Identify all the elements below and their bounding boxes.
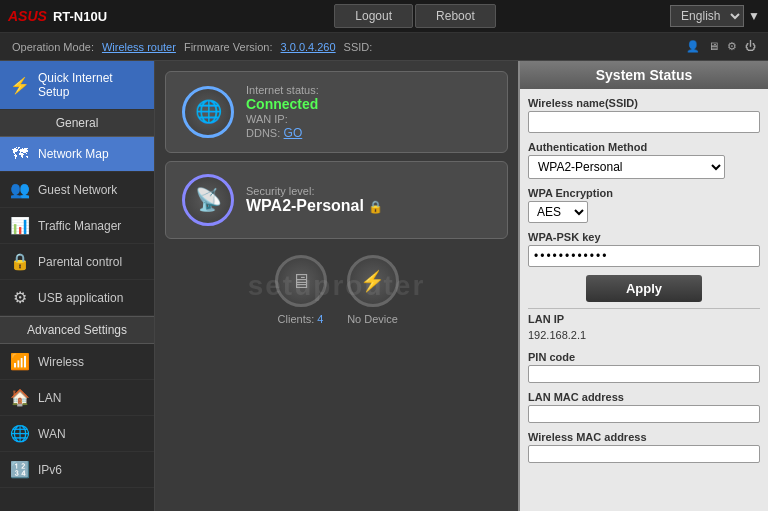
lan-ip-label: LAN IP: [528, 313, 760, 325]
ipv6-label: IPv6: [38, 463, 62, 477]
content-area: setuprouter 🌐 Internet status: Connected…: [155, 61, 768, 511]
op-mode-value[interactable]: Wireless router: [102, 41, 176, 53]
quick-setup-label: Quick Internet Setup: [38, 71, 144, 99]
advanced-settings-header: Advanced Settings: [0, 316, 154, 344]
lan-mac-input[interactable]: [528, 405, 760, 423]
firmware-label: Firmware Version:: [184, 41, 273, 53]
model-name: RT-N10U: [53, 9, 107, 24]
wpa-enc-label: WPA Encryption: [528, 187, 760, 199]
pin-code-label: PIN code: [528, 351, 760, 363]
sidebar-item-lan[interactable]: 🏠 LAN: [0, 380, 154, 416]
wan-ip-row: WAN IP:: [246, 112, 319, 126]
wan-ip-label: WAN IP:: [246, 113, 288, 125]
settings-icon: ⚙: [727, 40, 737, 53]
logout-button[interactable]: Logout: [334, 4, 413, 28]
main-layout: ⚡ Quick Internet Setup General 🗺 Network…: [0, 61, 768, 511]
auth-method-select[interactable]: WPA2-Personal Open System WPA-Personal W…: [528, 155, 725, 179]
clients-box: 🖥 Clients: 4: [275, 255, 327, 325]
sidebar-item-guest-network[interactable]: 👥 Guest Network: [0, 172, 154, 208]
language-select[interactable]: English: [670, 5, 744, 27]
auth-method-group: Authentication Method WPA2-Personal Open…: [528, 141, 760, 179]
usb-icon: ⚙: [10, 288, 30, 307]
router-icon: 📡: [182, 174, 234, 226]
auth-method-select-row: WPA2-Personal Open System WPA-Personal W…: [528, 155, 760, 179]
apply-button[interactable]: Apply: [586, 275, 702, 302]
sidebar-item-wan[interactable]: 🌐 WAN: [0, 416, 154, 452]
internet-status-value: Connected: [246, 96, 319, 112]
security-level-label: Security level:: [246, 185, 383, 197]
traffic-manager-icon: 📊: [10, 216, 30, 235]
lan-label: LAN: [38, 391, 61, 405]
sidebar-item-parental-control[interactable]: 🔒 Parental control: [0, 244, 154, 280]
quick-setup-icon: ⚡: [10, 76, 30, 95]
network-map-label: Network Map: [38, 147, 109, 161]
no-device-label: No Device: [347, 313, 398, 325]
sidebar-item-quick-setup[interactable]: ⚡ Quick Internet Setup: [0, 61, 154, 110]
pin-code-group: PIN code: [528, 351, 760, 383]
ddns-row: DDNS: GO: [246, 126, 319, 140]
pin-code-input[interactable]: [528, 365, 760, 383]
wireless-icon: 📶: [10, 352, 30, 371]
firmware-value[interactable]: 3.0.0.4.260: [281, 41, 336, 53]
lock-icon: 🔒: [368, 200, 383, 214]
ddns-label: DDNS:: [246, 127, 280, 139]
internet-status-text: Internet status: Connected WAN IP: DDNS:…: [246, 84, 319, 140]
wpa-enc-group: WPA Encryption AES TKIP TKIP+AES: [528, 187, 760, 223]
wireless-name-group: Wireless name(SSID): [528, 97, 760, 133]
wpa-enc-row: AES TKIP TKIP+AES: [528, 201, 760, 223]
top-bar: ASUS RT-N10U Logout Reboot English ▼: [0, 0, 768, 33]
sidebar-item-ipv6[interactable]: 🔢 IPv6: [0, 452, 154, 488]
clients-label: Clients: 4: [278, 313, 324, 325]
no-device-box: ⚡ No Device: [347, 255, 399, 325]
lan-mac-group: LAN MAC address: [528, 391, 760, 423]
wireless-label: Wireless: [38, 355, 84, 369]
system-status-panel: System Status Wireless name(SSID) Authen…: [518, 61, 768, 511]
wpa-enc-select[interactable]: AES TKIP TKIP+AES: [528, 201, 588, 223]
lan-ip-group: LAN IP 192.168.2.1: [528, 313, 760, 343]
general-section: General: [0, 110, 154, 137]
network-diagram: setuprouter 🌐 Internet status: Connected…: [155, 61, 518, 511]
wireless-name-input[interactable]: [528, 111, 760, 133]
auth-method-label: Authentication Method: [528, 141, 760, 153]
reboot-button[interactable]: Reboot: [415, 4, 496, 28]
lang-area: English ▼: [670, 5, 768, 27]
system-status-body: Wireless name(SSID) Authentication Metho…: [520, 89, 768, 511]
dropdown-icon: ▼: [748, 9, 760, 23]
wan-label: WAN: [38, 427, 66, 441]
wireless-mac-label: Wireless MAC address: [528, 431, 760, 443]
op-bar: Operation Mode: Wireless router Firmware…: [0, 33, 768, 61]
guest-network-icon: 👥: [10, 180, 30, 199]
wireless-mac-input[interactable]: [528, 445, 760, 463]
usb-device-icon: ⚡: [347, 255, 399, 307]
clients-count-link[interactable]: 4: [317, 313, 323, 325]
traffic-manager-label: Traffic Manager: [38, 219, 121, 233]
ssid-label: SSID:: [344, 41, 373, 53]
sidebar-item-traffic-manager[interactable]: 📊 Traffic Manager: [0, 208, 154, 244]
sidebar-item-usb-application[interactable]: ⚙ USB application: [0, 280, 154, 316]
wireless-name-label: Wireless name(SSID): [528, 97, 760, 109]
wireless-mac-group: Wireless MAC address: [528, 431, 760, 463]
system-status-header: System Status: [520, 61, 768, 89]
wpa-psk-input[interactable]: [528, 245, 760, 267]
divider: [528, 308, 760, 309]
security-text: Security level: WPA2-Personal 🔒: [246, 185, 383, 215]
internet-status-label: Internet status:: [246, 84, 319, 96]
network-map-icon: 🗺: [10, 145, 30, 163]
sidebar-item-wireless[interactable]: 📶 Wireless: [0, 344, 154, 380]
lan-icon: 🏠: [10, 388, 30, 407]
bottom-devices: 🖥 Clients: 4 ⚡ No Device: [165, 247, 508, 333]
clients-icon: 🖥: [275, 255, 327, 307]
sidebar-item-network-map[interactable]: 🗺 Network Map: [0, 137, 154, 172]
logo-area: ASUS RT-N10U: [0, 8, 160, 24]
usb-application-label: USB application: [38, 291, 123, 305]
asus-logo: ASUS: [8, 8, 47, 24]
op-icons: 👤 🖥 ⚙ ⏻: [686, 40, 756, 53]
wan-icon: 🌐: [10, 424, 30, 443]
parental-control-label: Parental control: [38, 255, 122, 269]
ddns-link[interactable]: GO: [284, 126, 303, 140]
parental-control-icon: 🔒: [10, 252, 30, 271]
power-icon: ⏻: [745, 40, 756, 53]
globe-icon: 🌐: [182, 86, 234, 138]
user-icon: 👤: [686, 40, 700, 53]
top-nav: Logout Reboot: [160, 4, 670, 28]
